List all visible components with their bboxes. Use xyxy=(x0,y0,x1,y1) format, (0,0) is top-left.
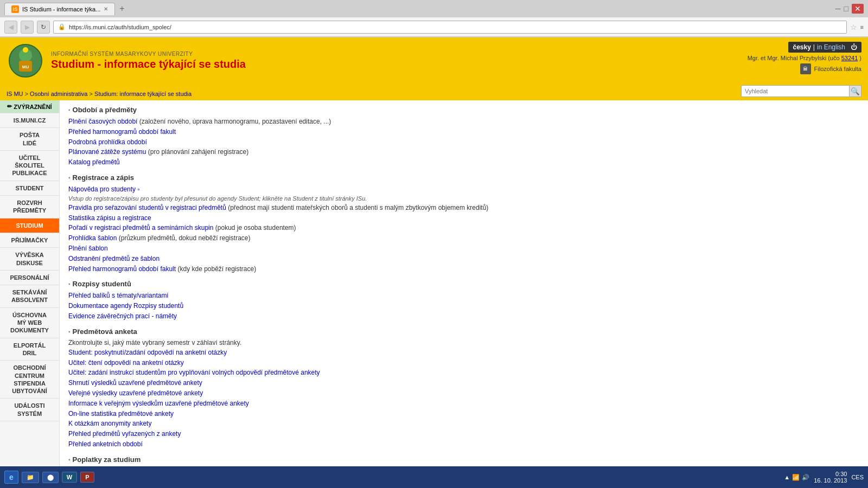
user-info: Mgr. et Mgr. Michal Przybylski (učo 5324… xyxy=(748,55,861,61)
search-button[interactable]: 🔍 xyxy=(850,85,861,97)
system-name: INFORMAČNÍ SYSTÉM MASARYKOVY UNIVERZITY xyxy=(51,51,246,57)
user-account-link[interactable]: 53241 xyxy=(841,55,858,61)
link-ucitel-cteni[interactable]: Učitel: čtení odpovědí na anketní otázky xyxy=(68,358,859,368)
tab-favicon: IS xyxy=(11,5,19,13)
section-title-poplatky: Poplatky za studium xyxy=(68,455,859,464)
close-button[interactable]: ✕ xyxy=(852,4,864,14)
search-input[interactable] xyxy=(741,85,850,97)
sidebar-item-rozvrh[interactable]: ROZVRHPŘEDMĚTY xyxy=(0,196,59,219)
sidebar-item-setkavani[interactable]: SETKÁVÁNÍABSOLVENT xyxy=(0,285,59,308)
link-evidence[interactable]: Evidence závěrečných prací - náměty xyxy=(68,312,859,321)
sidebar-item-label: POŠTALIDÉ xyxy=(20,132,40,146)
logo: MU xyxy=(7,42,44,80)
link-dokumentace[interactable]: Dokumentace agendy Rozpisy studentů xyxy=(68,301,859,311)
sidebar-item-vyveska[interactable]: VÝVĚSKADISKUSE xyxy=(0,248,59,271)
site-header: MU INFORMAČNÍ SYSTÉM MASARYKOVY UNIVERZI… xyxy=(0,37,868,84)
breadcrumb-ismu[interactable]: IS MU xyxy=(7,91,23,97)
browser-tab[interactable]: IS IS Studium - informace týka... ✕ xyxy=(4,3,115,15)
header-titles: INFORMAČNÍ SYSTÉM MASARYKOVY UNIVERZITY … xyxy=(51,51,246,70)
word-icon: W xyxy=(67,474,72,480)
sidebar-item-prijimacky[interactable]: PŘIJÍMAČKY xyxy=(0,233,59,248)
link-katalog[interactable]: Katalog předmětů xyxy=(68,158,859,167)
link-baliky[interactable]: Přehled balíků s tématy/variantami xyxy=(68,291,859,300)
sidebar-item-uschovna[interactable]: ÚSCHOVNAMÝ WEBDOKUMENTY xyxy=(0,308,59,338)
link-plneni[interactable]: Plnění časových období (založení nového,… xyxy=(68,117,859,126)
date-display: 16. 10. 2013 xyxy=(814,477,847,484)
search-bar: 🔍 xyxy=(741,85,861,97)
main-content: Období a předměty Plnění časových období… xyxy=(60,100,868,488)
chrome-icon: ⬤ xyxy=(47,474,54,481)
language-indicator: CES xyxy=(851,474,864,480)
sidebar-item-zvyrazneni[interactable]: ✏ ZVÝRAZNĚNÍ xyxy=(0,100,59,113)
back-button[interactable]: ◀ xyxy=(4,21,17,34)
breadcrumb-osobni[interactable]: Osobní administrativa xyxy=(30,91,87,97)
taskbar-word[interactable]: W xyxy=(62,472,77,483)
section-title-obdobi: Období a předměty xyxy=(68,106,859,114)
link-verejne[interactable]: Veřejné výsledky uzavřené předmětové ank… xyxy=(68,389,859,398)
taskbar: e 📁 ⬤ W P ▲ 📶 🔊 0:30 16. 10. 2013 CES xyxy=(0,466,868,488)
tab-close-button[interactable]: ✕ xyxy=(104,6,108,12)
link-pravidla[interactable]: Pravidla pro seřazování studentů v regis… xyxy=(68,203,859,213)
link-podrobna[interactable]: Podrobná prohlídka období xyxy=(68,138,859,147)
note-registrace: Vstup do registrace/zápisu pro studenty … xyxy=(68,195,859,202)
link-plneni-sablon[interactable]: Plnění šablon xyxy=(68,244,859,253)
link-prehled-harm2[interactable]: Přehled harmonogramů období fakult (kdy … xyxy=(68,265,859,274)
link-informace-verejne[interactable]: Informace k veřejným výsledkům uzavřené … xyxy=(68,399,859,408)
settings-button[interactable]: ≡ xyxy=(860,24,864,30)
link-napoveda[interactable]: Nápověda pro studenty ▫ xyxy=(68,185,859,194)
sidebar-item-student[interactable]: STUDENT xyxy=(0,181,59,196)
link-shrnutí[interactable]: Shrnutí výsledků uzavřené předmětové ank… xyxy=(68,378,859,388)
link-student-odpovedi[interactable]: Student: poskytnutí/zadání odpovědí na a… xyxy=(68,348,859,357)
minimize-button[interactable]: ─ xyxy=(835,4,841,13)
sidebar-item-label: IS.MUNI.CZ xyxy=(14,117,46,124)
sidebar-item-posta[interactable]: POŠTALIDÉ xyxy=(0,128,59,151)
refresh-button[interactable]: ↻ xyxy=(37,21,50,34)
forward-button[interactable]: ▶ xyxy=(21,21,34,34)
link-planovane[interactable]: Plánované zátěže systému (pro plánování … xyxy=(68,147,859,157)
faculty-icon: 🏛 xyxy=(800,63,811,74)
sidebar-item-personalni[interactable]: PERSONÁLNÍ xyxy=(0,271,59,285)
lang-english-link[interactable]: in English xyxy=(817,43,845,51)
lang-current[interactable]: česky xyxy=(793,43,810,51)
header-left: MU INFORMAČNÍ SYSTÉM MASARYKOVY UNIVERZI… xyxy=(7,42,246,80)
link-prehled-harm[interactable]: Přehled harmonogramů období fakult xyxy=(68,127,859,137)
power-icon[interactable]: ⏻ xyxy=(851,43,857,51)
up-arrow-icon[interactable]: ▲ xyxy=(784,474,790,480)
sidebar-item-ismuniczcz[interactable]: IS.MUNI.CZ xyxy=(0,113,59,128)
faculty-info: 🏛 Filozofická fakulta xyxy=(800,63,861,74)
time-display: 0:30 xyxy=(814,471,847,477)
taskbar-chrome[interactable]: ⬤ xyxy=(42,472,59,483)
breadcrumb-studium[interactable]: Studium: informace týkající se studia xyxy=(94,91,192,97)
new-tab-button[interactable]: + xyxy=(119,4,124,14)
tab-title: IS Studium - informace týka... xyxy=(22,6,100,12)
svg-text:MU: MU xyxy=(22,65,29,69)
sidebar-item-ucitel[interactable]: UČITELŠKOLITELPUBLIKACE xyxy=(0,151,59,181)
link-anonymita[interactable]: K otázkám anonymity ankety xyxy=(68,419,859,428)
bookmark-button[interactable]: ☆ xyxy=(850,23,857,31)
sidebar-item-obchodni[interactable]: OBCHODNÍCENTRUMSTIPENDIAUBYTOVÁNÍ xyxy=(0,361,59,399)
link-anketni-obdobi[interactable]: Přehled anketních období xyxy=(68,440,859,449)
link-prohlídka[interactable]: Prohlídka šablon (průzkum předmětů, doku… xyxy=(68,234,859,243)
taskbar-time: 0:30 16. 10. 2013 xyxy=(814,471,847,484)
sidebar-item-studium[interactable]: STUDIUM xyxy=(0,219,59,233)
zvyrazneni-label: ZVÝRAZNĚNÍ xyxy=(14,104,52,110)
taskbar-ppt[interactable]: P xyxy=(80,472,94,483)
sidebar-item-udalosti[interactable]: UDÁLOSTISYSTÉM xyxy=(0,399,59,421)
link-vyrazene[interactable]: Přehled předmětů vyřazených z ankety xyxy=(68,429,859,439)
network-icon: 📶 xyxy=(792,474,800,481)
taskbar-system-icons: ▲ 📶 🔊 xyxy=(784,474,809,481)
section-title-rozpisy: Rozpisy studentů xyxy=(68,280,859,288)
address-bar[interactable]: 🔒 https://is.muni.cz/auth/studium_spolec… xyxy=(53,21,847,34)
sidebar-item-elportal[interactable]: ELPORTÁLDRIL xyxy=(0,338,59,361)
maximize-button[interactable]: □ xyxy=(844,4,848,13)
sidebar-item-label: STUDENT xyxy=(16,185,44,191)
link-odstraneni[interactable]: Odstranění předmětů ze šablon xyxy=(68,254,859,264)
sidebar-item-label: STUDIUM xyxy=(16,222,43,229)
taskbar-ie[interactable]: e xyxy=(4,471,18,484)
faculty-name: Filozofická fakulta xyxy=(814,66,861,72)
link-statistika[interactable]: Statistika zápisu a registrace xyxy=(68,214,859,223)
link-poradi[interactable]: Pořadí v registraci předmětů a seminární… xyxy=(68,223,859,233)
link-online-stat[interactable]: On-line statistika předmětové ankety xyxy=(68,409,859,419)
taskbar-folder[interactable]: 📁 xyxy=(22,472,39,483)
link-ucitel-instrukce[interactable]: Učitel: zadání instrukcí studentům pro v… xyxy=(68,368,859,377)
